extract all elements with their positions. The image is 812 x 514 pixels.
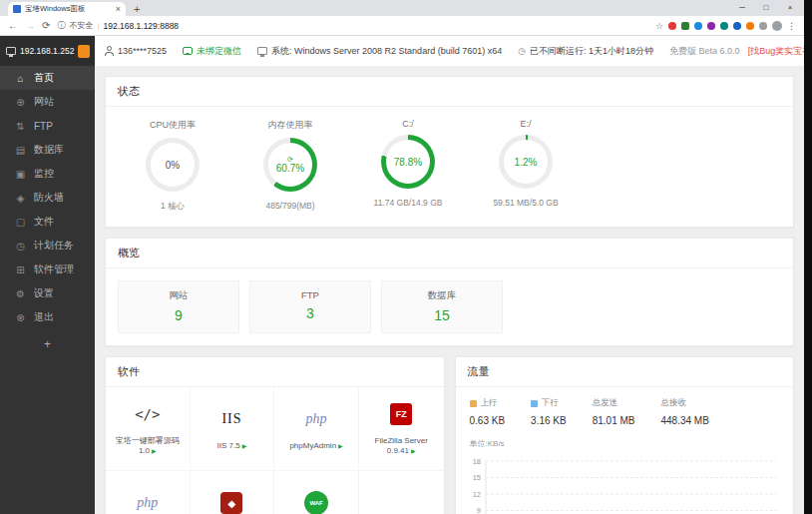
- uptime-info: ◷ 已不间断运行: 1天1小时18分钟: [518, 45, 653, 58]
- extension-icon-purple[interactable]: [707, 22, 715, 30]
- reload-icon[interactable]: ⟳: [42, 20, 50, 31]
- globe-icon: ⊕: [15, 97, 26, 108]
- url-text: 192.168.1.129:8888: [103, 21, 179, 31]
- database-icon: ▤: [15, 145, 26, 156]
- gauges-row: CPU使用率 0% 1 核心 内存使用率 ⟳: [106, 107, 793, 227]
- sidebar-item-label: 设置: [34, 286, 54, 300]
- legend-total-received: 总接收 448.34 MB: [661, 397, 709, 426]
- svg-text:12: 12: [472, 490, 480, 499]
- extension-icon-gray[interactable]: [759, 22, 767, 30]
- software-card-title: 软件: [106, 357, 444, 387]
- legend-label: 下行: [542, 397, 559, 409]
- window-minimize-button[interactable]: ─: [730, 0, 754, 16]
- software-card: 软件 </> 宝塔一键部署源码 1.0▶ IIS IIS 7.5▶: [105, 356, 445, 514]
- software-item-phpmyadmin[interactable]: php phpMyAdmin▶: [274, 387, 359, 471]
- clock-icon: ◷: [15, 241, 26, 252]
- running-status-icon: ▶: [411, 448, 416, 454]
- gauge-cpu: CPU使用率 0% 1 核心: [114, 119, 231, 213]
- software-name: FileZilla Server 0.9.41: [375, 436, 428, 455]
- browser-tab[interactable]: 宝塔Windows面板 ×: [8, 2, 126, 16]
- bug-bounty-link[interactable]: [找Bug奖实宝福币]: [748, 45, 804, 58]
- chart-unit-label: 单位:KB/s: [456, 426, 794, 449]
- wechat-bind-link[interactable]: 未绑定微信: [183, 45, 241, 58]
- gauge-ring: 0%: [146, 138, 200, 192]
- sidebar-item-label: 退出: [34, 310, 54, 324]
- panel-logo-badge: [78, 45, 90, 58]
- sidebar-item-website[interactable]: ⊕ 网站: [0, 90, 95, 114]
- sidebar-item-firewall[interactable]: ◈ 防火墙: [0, 186, 95, 210]
- software-name: 宝塔一键部署源码 1.0: [116, 436, 180, 455]
- tab-close-icon[interactable]: ×: [116, 4, 121, 14]
- extension-icon-teal[interactable]: [720, 22, 728, 30]
- site-info-icon[interactable]: ⓘ: [57, 20, 65, 31]
- extension-icon-red[interactable]: [668, 22, 676, 30]
- software-name: IIS 7.5: [217, 441, 240, 450]
- software-item-iis[interactable]: IIS IIS 7.5▶: [191, 387, 275, 471]
- window-close-button[interactable]: ×: [778, 0, 802, 16]
- gauge-sub-label: 11.74 GB/14.9 GB: [349, 198, 467, 208]
- software-item-deploy[interactable]: </> 宝塔一键部署源码 1.0▶: [106, 387, 191, 471]
- tab-strip: 宝塔Windows面板 × + ─ □ ×: [0, 0, 804, 16]
- overview-database-box[interactable]: 数据库 15: [381, 280, 503, 333]
- sidebar-item-cron[interactable]: ◷ 计划任务: [0, 234, 95, 257]
- software-item-redis[interactable]: ◆ redis 1.0▶: [191, 471, 275, 514]
- back-icon[interactable]: ←: [8, 20, 18, 31]
- sidebar-item-ftp[interactable]: ⇅ FTP: [0, 114, 95, 138]
- forward-icon[interactable]: →: [25, 20, 35, 31]
- extension-icon-green[interactable]: [681, 22, 689, 30]
- sidebar-item-software[interactable]: ⊞ 软件管理: [0, 257, 95, 281]
- window-maximize-button[interactable]: □: [754, 0, 778, 16]
- software-item-php52[interactable]: php PHP-5.2▶: [106, 471, 191, 514]
- sidebar-add-button[interactable]: +: [0, 337, 95, 351]
- php-icon: php: [137, 495, 158, 511]
- url-field[interactable]: ⓘ 不安全 | 192.168.1.129:8888: [57, 20, 648, 31]
- software-item-filezilla[interactable]: FZ FileZilla Server 0.9.41▶: [359, 387, 444, 471]
- release-memory-icon[interactable]: ⟳: [287, 156, 293, 163]
- code-icon: </>: [135, 406, 160, 422]
- sidebar-item-logout[interactable]: ⊗ 退出: [0, 305, 95, 329]
- sidebar-item-home[interactable]: ⌂ 首页: [0, 66, 95, 90]
- legend-label: 上行: [481, 397, 498, 409]
- traffic-legend: 上行 0.63 KB 下行 3.16 KB 总发送 81.01 MB: [456, 387, 794, 426]
- version-label: 免费版 Beta 6.0.0: [669, 45, 740, 58]
- sidebar-item-label: 数据库: [34, 143, 64, 157]
- software-item-waf[interactable]: WAF 宝塔IIS防火墙 1.0▶: [274, 471, 359, 514]
- new-tab-button[interactable]: +: [134, 2, 140, 16]
- tab-favicon-icon: [13, 5, 21, 13]
- traffic-card-title: 流量: [456, 357, 794, 387]
- gear-icon: ⚙: [15, 288, 26, 299]
- system-label: 系统: Windows Server 2008 R2 Standard (bui…: [271, 45, 502, 58]
- gauge-ring: ⟳ 60.7%: [263, 138, 317, 192]
- account-info[interactable]: 136****7525: [105, 46, 167, 56]
- system-info: 系统: Windows Server 2008 R2 Standard (bui…: [257, 45, 502, 58]
- sidebar-item-monitor[interactable]: ▣ 监控: [0, 162, 95, 186]
- address-bar: ← → ⟳ ⓘ 不安全 | 192.168.1.129:8888 ☆ ⋮: [0, 16, 804, 36]
- overview-website-box[interactable]: 网站 9: [118, 280, 239, 333]
- sidebar-item-settings[interactable]: ⚙ 设置: [0, 281, 95, 305]
- security-label: 不安全: [69, 20, 93, 31]
- sidebar-item-label: 文件: [34, 215, 54, 229]
- menu-kebab-icon[interactable]: ⋮: [787, 21, 796, 31]
- gauge-value: 60.7%: [276, 163, 304, 174]
- sidebar-item-database[interactable]: ▤ 数据库: [0, 138, 95, 162]
- gauge-disk-e: E:/ 1.2% 59.51 MB/5.0 GB: [467, 119, 585, 213]
- down-color-swatch: [531, 400, 538, 407]
- extension-icon-blue[interactable]: [694, 22, 702, 30]
- gauge-label: C:/: [349, 119, 467, 129]
- profile-avatar-icon[interactable]: [772, 21, 782, 31]
- uptime-icon: ◷: [518, 46, 526, 56]
- waf-shield-icon: WAF: [304, 491, 328, 514]
- legend-value: 0.63 KB: [470, 415, 506, 426]
- overview-ftp-box[interactable]: FTP 3: [249, 280, 371, 333]
- legend-up: 上行 0.63 KB: [470, 397, 506, 426]
- software-grid: </> 宝塔一键部署源码 1.0▶ IIS IIS 7.5▶ php phpMy…: [106, 387, 444, 514]
- redis-icon: ◆: [220, 492, 242, 514]
- overview-card: 概览 网站 9 FTP 3 数据库: [105, 238, 794, 346]
- extension-icon-funnel[interactable]: [733, 22, 741, 30]
- legend-label: 总发送: [593, 397, 618, 409]
- extension-icon-orange-q[interactable]: [746, 22, 754, 30]
- running-status-icon: ▶: [152, 448, 157, 454]
- bookmark-star-icon[interactable]: ☆: [655, 21, 663, 31]
- browser-window: 宝塔Windows面板 × + ─ □ × ← → ⟳ ⓘ 不安全 | 192.…: [0, 0, 804, 514]
- sidebar-item-files[interactable]: ▢ 文件: [0, 210, 95, 234]
